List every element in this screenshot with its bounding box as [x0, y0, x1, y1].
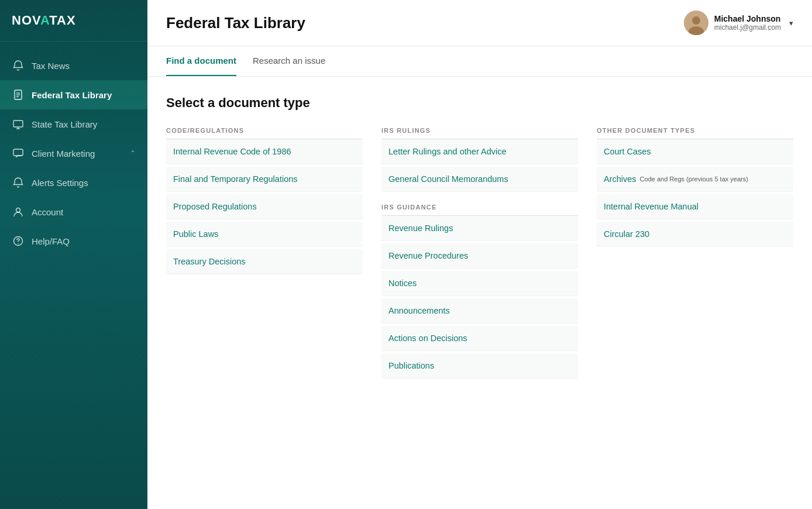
document-grid: CODE/REGULATIONS Internal Revenue Code o… — [166, 127, 793, 381]
category-other-document-types: OTHER DOCUMENT TYPES — [597, 127, 793, 139]
section-title: Select a document type — [166, 95, 793, 111]
sidebar-item-alerts-settings-label: Alerts Settings — [32, 178, 88, 188]
sidebar-item-federal-tax-library-label: Federal Tax Library — [32, 90, 112, 100]
chat-icon — [12, 147, 25, 160]
sidebar-item-account[interactable]: Account — [0, 197, 147, 226]
sidebar-item-tax-news-label: Tax News — [32, 61, 70, 71]
list-item[interactable]: Revenue Procedures — [381, 243, 578, 269]
user-email: michael.j@gmail.com — [714, 23, 781, 32]
user-name: Michael Johnson — [714, 14, 781, 23]
avatar — [684, 11, 708, 35]
chevron-down-icon: ▾ — [789, 19, 793, 27]
list-item[interactable]: Notices — [381, 271, 578, 296]
list-item[interactable]: Public Laws — [166, 222, 363, 247]
archives-label: Archives — [604, 174, 636, 184]
main-content: Federal Tax Library Michael Johnson mich… — [147, 0, 812, 509]
sidebar-item-state-tax-library[interactable]: State Tax Library — [0, 109, 147, 139]
monitor-icon — [12, 118, 25, 130]
column-code-regulations: CODE/REGULATIONS Internal Revenue Code o… — [166, 127, 363, 381]
sidebar-item-tax-news[interactable]: Tax News — [0, 51, 147, 80]
sidebar-item-state-tax-library-label: State Tax Library — [32, 119, 97, 129]
svg-rect-7 — [13, 149, 23, 156]
list-item[interactable]: General Council Memorandums — [381, 167, 578, 192]
list-item[interactable]: Publications — [381, 353, 578, 379]
bell-sm-icon — [12, 176, 25, 189]
list-item[interactable]: Announcements — [381, 298, 578, 324]
file-icon — [12, 88, 25, 101]
user-menu[interactable]: Michael Johnson michael.j@gmail.com ▾ — [684, 11, 793, 35]
header: Federal Tax Library Michael Johnson mich… — [147, 0, 812, 46]
content-area: Select a document type CODE/REGULATIONS … — [147, 77, 812, 509]
category-irs-guidance: IRS GUIDANCE — [381, 204, 578, 216]
logo: NOVATAX — [0, 0, 147, 42]
column-irs-rulings: IRS RULINGS Letter Rulings and other Adv… — [381, 127, 578, 381]
sidebar-item-client-marketing[interactable]: Client Marketing ⌃ — [0, 139, 147, 168]
help-icon — [12, 235, 25, 247]
tab-find-document[interactable]: Find a document — [166, 46, 236, 76]
sidebar-item-help-faq-label: Help/FAQ — [32, 236, 70, 246]
logo-text: NOVATAX — [12, 13, 136, 28]
svg-point-8 — [16, 208, 20, 212]
bell-icon — [12, 59, 25, 72]
archives-badge: Code and Regs (previous 5 tax years) — [640, 176, 748, 183]
list-item-archives[interactable]: Archives Code and Regs (previous 5 tax y… — [597, 167, 793, 192]
sidebar: NOVATAX Tax News Feder — [0, 0, 147, 509]
list-item[interactable]: Treasury Decisions — [166, 249, 363, 274]
column-other-document-types: OTHER DOCUMENT TYPES Court Cases Archive… — [597, 127, 793, 381]
category-code-regulations: CODE/REGULATIONS — [166, 127, 363, 139]
list-item[interactable]: Revenue Rulings — [381, 216, 578, 241]
list-item[interactable]: Internal Revenue Manual — [597, 194, 793, 219]
tab-research-issue[interactable]: Research an issue — [253, 46, 325, 76]
list-item[interactable]: Circular 230 — [597, 222, 793, 247]
svg-point-12 — [692, 16, 700, 25]
sidebar-item-account-label: Account — [32, 207, 63, 217]
list-item[interactable]: Actions on Decisions — [381, 326, 578, 351]
list-item[interactable]: Court Cases — [597, 139, 793, 164]
tabs: Find a document Research an issue — [147, 46, 812, 77]
list-item[interactable]: Final and Temporary Regulations — [166, 167, 363, 192]
sidebar-item-federal-tax-library[interactable]: Federal Tax Library — [0, 80, 147, 109]
page-title: Federal Tax Library — [166, 14, 684, 32]
user-info: Michael Johnson michael.j@gmail.com — [714, 14, 781, 32]
list-item[interactable]: Proposed Regulations — [166, 194, 363, 219]
sidebar-item-help-faq[interactable]: Help/FAQ — [0, 226, 147, 256]
sidebar-item-alerts-settings[interactable]: Alerts Settings — [0, 168, 147, 197]
sidebar-item-client-marketing-label: Client Marketing — [32, 149, 95, 159]
svg-point-10 — [18, 243, 19, 245]
chevron-icon: ⌃ — [130, 149, 136, 157]
person-icon — [12, 205, 25, 218]
svg-rect-4 — [13, 121, 23, 127]
list-item[interactable]: Internal Revenue Code of 1986 — [166, 139, 363, 164]
list-item[interactable]: Letter Rulings and other Advice — [381, 139, 578, 164]
sidebar-nav: Tax News Federal Tax Library — [0, 42, 147, 509]
category-irs-rulings: IRS RULINGS — [381, 127, 578, 139]
